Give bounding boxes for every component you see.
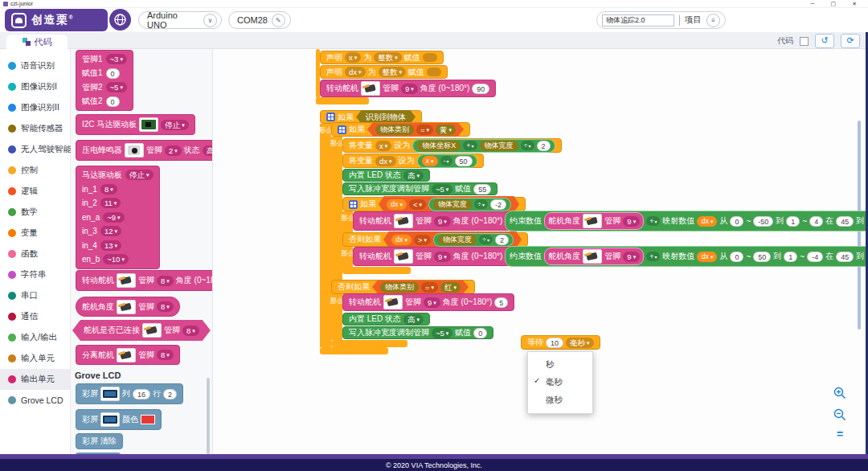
palette-motor-driver[interactable]: 马达驱动板停止in_18in_211en_a~9in_312in_413en_b… — [76, 166, 160, 269]
maximize-button[interactable]: ▢ — [831, 1, 837, 7]
value-field[interactable]: 0 — [106, 96, 120, 107]
expression-oval[interactable]: x-50 — [417, 154, 477, 168]
sidebar-item-智能传感器[interactable]: 智能传感器 — [0, 118, 70, 139]
zoom-out-icon[interactable] — [833, 408, 846, 421]
edit-pencil-icon[interactable]: ✎ — [272, 14, 285, 27]
servo-init-block[interactable]: 转动舵机管脚9角度 (0~180°)90 — [320, 80, 496, 97]
dropdown-field[interactable]: ~5 — [432, 184, 452, 195]
variable-oval[interactable]: dx — [697, 252, 717, 262]
if-category-yellow-top[interactable]: 如果物体类别=黄 — [331, 122, 470, 137]
dropdown-field[interactable]: 高 — [403, 314, 424, 325]
chevron-down-icon[interactable]: ∨ — [203, 14, 217, 27]
palette-servo-connected[interactable]: 舵机是否已连接管脚8 — [72, 320, 211, 341]
operator-dropdown[interactable]: + — [646, 252, 660, 261]
declare-dx-block[interactable]: 声明dx为整数赋值 — [320, 65, 448, 79]
value-field[interactable]: 50 — [753, 252, 771, 262]
value-field[interactable]: 45 — [836, 252, 854, 262]
dropdown-field[interactable]: 9 — [434, 216, 451, 227]
sensor-value-oval[interactable]: 物体类别 — [380, 282, 419, 293]
dropdown-field[interactable]: 9 — [623, 216, 640, 227]
operator-dropdown[interactable]: - — [440, 156, 452, 166]
dropdown-field[interactable]: 9 — [424, 297, 440, 308]
value-field[interactable]: 2 — [495, 235, 509, 245]
operator-dropdown[interactable]: + — [463, 141, 477, 150]
value-field[interactable]: 10 — [546, 338, 563, 348]
project-list-icon[interactable]: ≡ — [706, 14, 720, 27]
value-field[interactable]: -2 — [490, 199, 506, 210]
value-field[interactable]: 4 — [809, 216, 823, 227]
led-high-block-2[interactable]: 内置 LED 状态高 — [342, 313, 430, 326]
elseif-dx-right-bar[interactable]: 否则如果dx>物体宽度÷2 — [342, 232, 528, 247]
pwm-write-block-1[interactable]: 写入脉冲宽度调制管脚~5赋值55 — [342, 182, 497, 195]
sidebar-item-grove-lcd[interactable]: Grove LCD — [0, 390, 70, 411]
sidebar-item-数学[interactable]: 数学 — [0, 202, 70, 223]
operator-dropdown[interactable]: + — [646, 216, 660, 226]
dropdown-field[interactable]: ~10 — [103, 254, 129, 264]
servo-track-right-block[interactable]: 转动舵机管脚9角度 (0~180°)约束数值舵机角度管脚9+映射数值dx从0~5… — [353, 247, 868, 266]
operator-dropdown[interactable]: ÷ — [521, 141, 534, 150]
palette-servo-detach[interactable]: 分离舵机管脚8 — [76, 345, 180, 365]
dropdown-field[interactable]: 12 — [100, 226, 121, 236]
sidebar-item-图像识别i[interactable]: 图像识别I — [0, 76, 70, 97]
palette-piezo-buzzer[interactable]: 压电蜂鸣器管脚2状态高 — [76, 140, 213, 161]
dropdown-field[interactable]: ~5 — [106, 82, 127, 92]
code-view-checkbox[interactable] — [800, 37, 809, 46]
expression-oval[interactable]: 物体宽度÷-2 — [428, 198, 511, 211]
value-field[interactable]: 1 — [784, 252, 797, 262]
wait-block[interactable]: 等待10毫秒 — [521, 335, 600, 350]
dropdown-field[interactable]: dx — [345, 67, 366, 77]
pwm-write-block-2[interactable]: 写入脉冲宽度调制管脚~5赋值0 — [342, 326, 493, 339]
color-swatch[interactable] — [141, 415, 155, 424]
value-field[interactable]: 0 — [730, 216, 743, 227]
color-dropdown-field[interactable]: 黄 — [436, 125, 456, 135]
value-field[interactable]: 2 — [163, 389, 177, 399]
sensor-value-oval[interactable]: 物体宽度 — [480, 141, 518, 151]
value-field[interactable]: -50 — [753, 216, 773, 227]
board-select[interactable]: Arduino UNO ∨ — [138, 11, 222, 29]
sensor-value-oval[interactable]: 物体宽度 — [433, 199, 472, 210]
dropdown-field[interactable]: 8 — [182, 326, 199, 336]
port-select[interactable]: COM28 ✎ — [228, 11, 291, 29]
declare-x-block[interactable]: 声明x为整数赋值 — [320, 51, 444, 64]
dropdown-field[interactable]: = — [421, 282, 438, 293]
minimize-button[interactable]: ─ — [811, 1, 815, 7]
dropdown-field[interactable]: 13 — [100, 240, 121, 251]
servo-track-left-block[interactable]: 转动舵机管脚9角度 (0~180°)约束数值舵机角度管脚9+映射数值dx从0~-… — [353, 211, 868, 231]
dropdown-field[interactable]: 9 — [623, 252, 640, 262]
tab-code[interactable]: 代码 — [6, 35, 68, 49]
dropdown-field[interactable]: 毫秒 — [566, 338, 594, 348]
palette-scrollbar[interactable] — [207, 378, 210, 454]
sidebar-item-串口[interactable]: 串口 — [0, 285, 70, 306]
value-field[interactable]: 16 — [133, 389, 150, 399]
value-field[interactable]: 5 — [494, 297, 508, 308]
elseif-category-red-bar[interactable]: 否则如果物体类别=红 — [331, 280, 475, 294]
operator-dropdown[interactable]: ÷ — [479, 235, 493, 244]
set-dx-block[interactable]: 将变量dx设为x-50 — [342, 154, 484, 168]
close-button[interactable]: ✕ — [852, 1, 857, 7]
reporter-block[interactable]: 舵机角度管脚9 — [544, 212, 644, 230]
dropdown-field[interactable]: 8 — [157, 301, 174, 312]
sensor-value-oval[interactable]: 物体类别 — [375, 125, 414, 135]
empty-value-slot[interactable] — [423, 53, 437, 62]
dropdown-field[interactable]: 8 — [157, 350, 174, 360]
workspace-canvas[interactable]: = 声明x为整数赋值声明dx为整数赋值转动舵机管脚9角度 (0~180°)90如… — [213, 49, 868, 454]
zoom-reset-icon[interactable]: = — [837, 430, 843, 438]
set-x-block[interactable]: 将变量x设为物体坐标X+物体宽度÷2 — [342, 138, 562, 153]
empty-value-slot[interactable] — [427, 68, 441, 76]
value-field[interactable]: 0 — [730, 252, 743, 262]
variable-oval[interactable]: dx — [387, 199, 407, 210]
palette-i2c-motor-board[interactable]: I2C 马达驱动板停止 — [76, 114, 195, 135]
value-field[interactable]: 90 — [472, 84, 489, 94]
dropdown-field[interactable]: 8 — [157, 276, 174, 286]
dropdown-field[interactable]: = — [416, 125, 433, 135]
palette-lcd-init[interactable]: 彩屏列16行2 — [76, 383, 183, 404]
value-field[interactable]: 50 — [455, 156, 473, 166]
dropdown-field[interactable]: 停止 — [161, 120, 189, 130]
palette-servo-angle[interactable]: 舵机角度管脚8 — [76, 297, 180, 317]
sensor-value-oval[interactable]: 物体坐标X — [417, 141, 461, 151]
sidebar-item-字符串[interactable]: 字符串 — [0, 264, 70, 285]
dropdown-field[interactable]: 2 — [165, 145, 182, 156]
project-name-input[interactable] — [602, 14, 674, 27]
expression-oval[interactable]: 物体宽度÷2 — [433, 233, 514, 247]
dropdown-field[interactable]: 11 — [100, 198, 121, 208]
